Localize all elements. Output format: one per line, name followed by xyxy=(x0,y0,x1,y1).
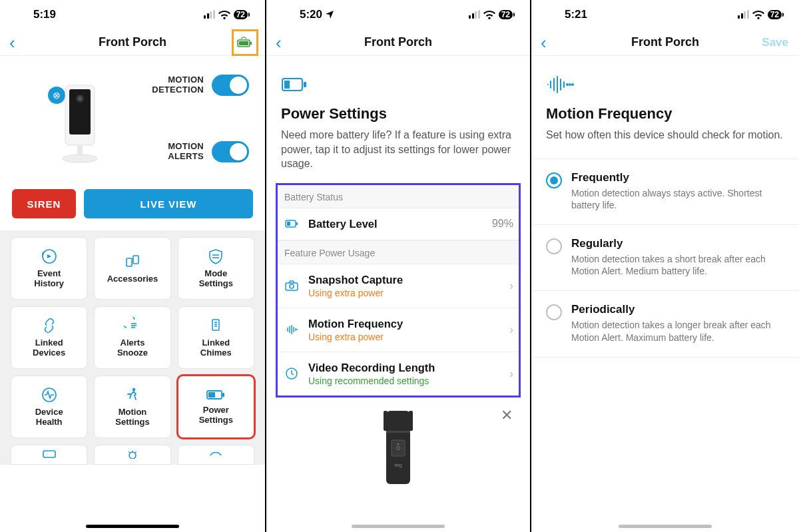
device-image xyxy=(47,80,113,166)
battery-pill: 72 xyxy=(499,10,513,19)
svg-rect-31 xyxy=(284,81,290,89)
nav-bar: ‹ Front Porch xyxy=(0,29,265,56)
svg-point-37 xyxy=(290,284,294,288)
svg-point-24 xyxy=(133,388,136,392)
home-indicator[interactable] xyxy=(352,525,445,528)
tile-device-health[interactable]: Device Health xyxy=(11,376,87,438)
status-bar: 5:19 72 xyxy=(0,0,265,29)
svg-rect-19 xyxy=(212,320,219,330)
page-description: Set how often this device should check f… xyxy=(531,128,799,159)
svg-rect-47 xyxy=(386,431,410,433)
row-motion-frequency[interactable]: Motion Frequency Using extra power › xyxy=(278,308,519,352)
home-indicator[interactable] xyxy=(86,525,179,528)
row-title: Motion Frequency xyxy=(308,318,500,330)
back-button[interactable]: ‹ xyxy=(9,34,15,51)
tile-partial[interactable] xyxy=(178,445,254,465)
tile-partial[interactable] xyxy=(11,445,87,465)
battery-pill: 72 xyxy=(768,10,782,19)
radio-icon xyxy=(546,238,562,254)
battery-level-value: 99% xyxy=(492,218,513,230)
svg-point-49 xyxy=(398,443,400,445)
svg-rect-28 xyxy=(43,451,55,457)
tile-linked-chimes[interactable]: Linked Chimes xyxy=(178,306,254,369)
back-button[interactable]: ‹ xyxy=(276,34,282,51)
highlighted-section: Battery Status Battery Level 99% Feature… xyxy=(276,183,521,398)
option-title: Frequently xyxy=(571,171,778,184)
svg-marker-11 xyxy=(47,254,51,258)
svg-rect-35 xyxy=(296,222,298,225)
nav-bar: ‹ Front Porch Save xyxy=(531,29,799,56)
row-battery-level[interactable]: Battery Level 99% xyxy=(278,208,519,240)
svg-rect-48 xyxy=(392,440,405,456)
svg-point-29 xyxy=(129,452,136,459)
row-title: Snapshot Capture xyxy=(308,274,500,286)
svg-rect-52 xyxy=(409,411,413,431)
svg-point-60 xyxy=(567,84,568,85)
cell-signal-icon xyxy=(469,11,480,19)
camera-icon xyxy=(284,280,299,291)
tile-power-settings[interactable]: Power Settings xyxy=(178,376,254,438)
back-button[interactable]: ‹ xyxy=(541,34,547,51)
tile-partial[interactable] xyxy=(94,445,170,465)
tile-alerts-snooze[interactable]: Alerts Snooze xyxy=(94,306,170,369)
battery-shortcut-button[interactable] xyxy=(232,29,258,56)
option-subtitle: Motion detection always stays active. Sh… xyxy=(571,187,778,211)
wifi-icon xyxy=(483,11,495,19)
motion-alerts-toggle[interactable] xyxy=(212,141,249,162)
live-view-button[interactable]: LIVE VIEW xyxy=(84,189,253,218)
svg-rect-51 xyxy=(384,411,388,431)
screen-motion-frequency: 5:21 72 ‹ Front Porch Save Motion Freque… xyxy=(530,0,799,532)
frequency-icon xyxy=(546,76,799,96)
svg-point-9 xyxy=(63,154,97,162)
page-description: Need more battery life? If a feature is … xyxy=(266,128,530,183)
cell-signal-icon xyxy=(738,11,749,19)
save-button[interactable]: Save xyxy=(762,36,788,49)
row-video-recording-length[interactable]: Video Recording Length Using recommended… xyxy=(278,352,519,396)
row-snapshot-capture[interactable]: Snapshot Capture Using extra power › xyxy=(278,264,519,308)
svg-text:ring: ring xyxy=(394,463,402,468)
radio-icon xyxy=(546,304,562,320)
tile-accessories[interactable]: Accessories xyxy=(94,237,170,300)
tile-motion-settings[interactable]: Motion Settings xyxy=(94,376,170,438)
option-periodically[interactable]: Periodically Motion detection takes a lo… xyxy=(531,291,799,357)
clock: 5:20 xyxy=(300,8,334,21)
svg-rect-8 xyxy=(77,145,83,154)
location-icon xyxy=(326,11,334,19)
status-bar: 5:21 72 xyxy=(531,0,799,29)
nav-bar: ‹ Front Porch xyxy=(266,29,530,56)
radio-icon xyxy=(546,172,562,188)
svg-rect-1 xyxy=(239,41,248,45)
option-subtitle: Motion detection takes a longer break af… xyxy=(571,319,778,343)
chevron-right-icon: › xyxy=(509,367,513,381)
page-title: Front Porch xyxy=(99,35,166,49)
row-title: Video Recording Length xyxy=(308,362,500,374)
option-frequently[interactable]: Frequently Motion detection always stays… xyxy=(531,159,799,225)
option-title: Regularly xyxy=(571,237,778,250)
wifi-icon xyxy=(752,11,764,19)
svg-rect-27 xyxy=(222,393,224,397)
siren-button[interactable]: SIREN xyxy=(12,189,76,218)
cell-signal-icon xyxy=(204,11,215,19)
wifi-icon xyxy=(218,11,230,19)
tile-linked-devices[interactable]: Linked Devices xyxy=(11,306,87,369)
svg-point-61 xyxy=(569,84,571,85)
clock: 5:21 xyxy=(565,8,587,21)
frequency-icon xyxy=(284,325,299,334)
row-subtitle: Using extra power xyxy=(308,288,500,298)
tile-mode-settings[interactable]: Mode Settings xyxy=(178,237,254,300)
svg-rect-13 xyxy=(133,256,138,264)
option-title: Periodically xyxy=(571,303,778,316)
row-title: Battery Level xyxy=(308,218,483,230)
svg-rect-32 xyxy=(304,82,306,87)
chevron-right-icon: › xyxy=(509,323,513,337)
clock-icon xyxy=(284,368,299,380)
option-regularly[interactable]: Regularly Motion detection takes a short… xyxy=(531,225,799,291)
motion-detection-toggle[interactable] xyxy=(212,75,249,96)
motion-alerts-label: MOTION ALERTS xyxy=(168,142,204,162)
close-icon[interactable]: ✕ xyxy=(501,407,513,424)
home-indicator[interactable] xyxy=(619,525,712,528)
page-title: Front Porch xyxy=(364,35,432,49)
tile-event-history[interactable]: Event History xyxy=(11,237,87,300)
screen-device-dashboard: 5:19 72 ‹ Front Porch ⊗ MOTION DETECTION… xyxy=(0,0,265,532)
svg-rect-26 xyxy=(208,392,215,398)
